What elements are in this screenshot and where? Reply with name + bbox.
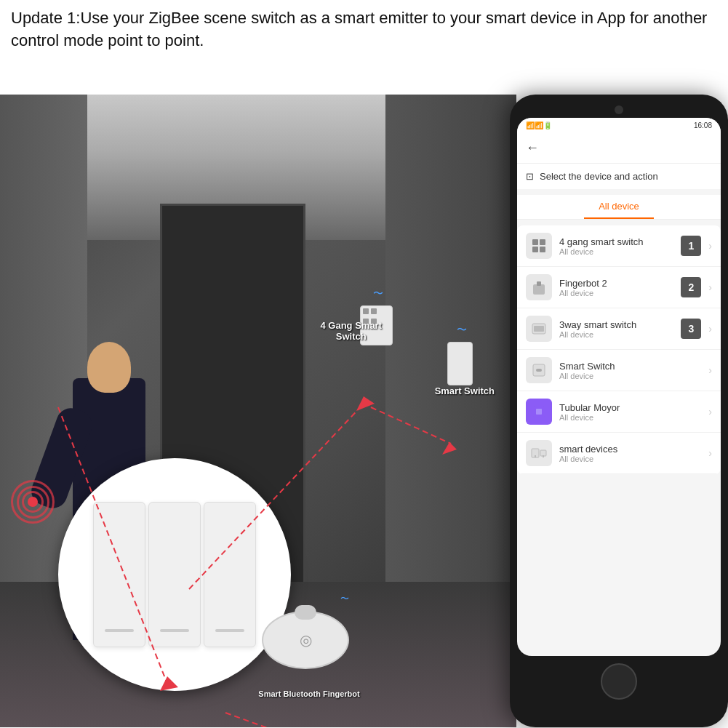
device-arrow-6: › <box>708 447 712 459</box>
switch-button-line <box>160 629 189 632</box>
device-arrow-2: › <box>708 281 712 293</box>
svg-rect-15 <box>534 326 544 332</box>
switch-button-line <box>105 629 134 632</box>
device-arrow-1: › <box>708 240 712 252</box>
wifi-icon-4gang: 〜 <box>373 287 383 300</box>
switch-dot <box>363 308 369 314</box>
device-item-1[interactable]: 4 gang smart switch All device 1 › <box>517 225 721 267</box>
tab-all-device[interactable]: All device <box>584 195 654 219</box>
wifi-icon-smart: 〜 <box>457 324 467 337</box>
switch-button-2 <box>148 502 201 647</box>
status-bar-time: 16:08 <box>694 121 712 129</box>
finger-icon <box>530 279 548 296</box>
device-info-smart-switch: Smart Switch All device <box>559 361 701 380</box>
svg-rect-19 <box>536 409 542 415</box>
device-icon-4gang <box>526 233 552 259</box>
device-name-smart-switch: Smart Switch <box>559 361 701 372</box>
robot-vacuum: ◎ 〜 Smart Bluetooth Fingerbot <box>262 611 356 684</box>
device-list: 4 gang smart switch All device 1 › Fi <box>517 225 721 474</box>
label-smart-switch: Smart Switch <box>435 385 495 396</box>
grid-icon <box>530 237 548 255</box>
svg-marker-5 <box>356 396 375 411</box>
device-name-3way: 3way smart switch <box>559 319 673 330</box>
device-info-fingerbot: Fingerbot 2 All device <box>559 278 673 297</box>
header-text: Update 1:Use your ZigBee scene switch as… <box>11 7 717 52</box>
device-item-4[interactable]: Smart Switch All device › <box>517 350 721 391</box>
page-container: Update 1:Use your ZigBee scene switch as… <box>0 0 728 728</box>
tubular-icon <box>530 403 548 420</box>
switch-button-3 <box>204 502 256 647</box>
device-item-6[interactable]: smart devices All device › <box>517 433 721 474</box>
switch2-icon <box>530 361 548 379</box>
switch-closeup-circle <box>58 458 291 691</box>
device-info-3way: 3way smart switch All device <box>559 319 673 339</box>
svg-rect-9 <box>540 239 545 245</box>
device-sub-tubular: All device <box>559 413 701 422</box>
label-4gang-switch: 4 Gang SmartSwitch <box>320 320 382 342</box>
devices-icon <box>530 444 548 462</box>
phone-mockup: 📶📶🔋 16:08 ← ⊡ Select the device and acti… <box>510 95 728 727</box>
robot-label: Smart Bluetooth Fingerbot <box>258 689 359 698</box>
svg-rect-13 <box>537 281 541 286</box>
device-sub-smart-switch: All device <box>559 372 701 380</box>
svg-rect-12 <box>533 284 545 295</box>
device-name-smart-devices: smart devices <box>559 444 701 455</box>
phone-nav-header: ← <box>517 133 721 164</box>
robot-bump <box>295 605 316 620</box>
device-name-fingerbot: Fingerbot 2 <box>559 278 673 289</box>
device-number-3: 3 <box>681 319 701 339</box>
person-head <box>87 342 131 393</box>
switch-dot <box>371 308 377 314</box>
device-info-4gang: 4 gang smart switch All device <box>559 236 673 256</box>
tabs-bar: All device <box>517 195 721 220</box>
switch-button-1 <box>93 502 145 647</box>
wifi-center-dot <box>28 497 38 507</box>
smart-wall-switch <box>447 342 473 385</box>
svg-rect-8 <box>532 239 538 245</box>
svg-rect-10 <box>532 247 538 252</box>
device-sub-smart-devices: All device <box>559 455 701 463</box>
device-icon-fingerbot <box>526 274 552 300</box>
phone-screen: 📶📶🔋 16:08 ← ⊡ Select the device and acti… <box>517 118 721 656</box>
device-item-2[interactable]: Fingerbot 2 All device 2 › <box>517 267 721 308</box>
device-arrow-3: › <box>708 323 712 335</box>
device-number-2: 2 <box>681 277 701 297</box>
back-button[interactable]: ← <box>526 140 539 156</box>
device-icon-smart-switch <box>526 357 552 383</box>
device-item-3[interactable]: 3way smart switch All device 3 › <box>517 308 721 350</box>
switch-button-line <box>215 629 244 632</box>
device-arrow-5: › <box>708 406 712 417</box>
switch-row-1 <box>361 306 392 316</box>
select-device-text: Select the device and action <box>540 171 658 182</box>
device-info-tubular: Tubular Moyor All device <box>559 402 701 422</box>
phone-camera <box>615 105 623 114</box>
device-icon-smart-devices <box>526 440 552 466</box>
robot-wifi-icon: 〜 <box>340 593 349 605</box>
robot-icon: ◎ <box>300 631 312 649</box>
device-icon-3way <box>526 316 552 342</box>
device-sub-fingerbot: All device <box>559 289 673 297</box>
device-name-tubular: Tubular Moyor <box>559 402 701 413</box>
device-icon-tubular <box>526 399 552 425</box>
select-device-header: ⊡ Select the device and action <box>517 164 721 189</box>
phone-home-button[interactable] <box>601 663 637 700</box>
device-number-1: 1 <box>681 236 701 256</box>
svg-rect-17 <box>536 369 542 372</box>
robot-body: ◎ <box>262 611 349 669</box>
wifi-emitter <box>11 480 55 524</box>
device-arrow-4: › <box>708 364 712 376</box>
device-name-4gang: 4 gang smart switch <box>559 236 673 247</box>
switch-icon <box>530 320 548 337</box>
status-bar-icons: 📶📶🔋 <box>526 121 552 129</box>
device-info-smart-devices: smart devices All device <box>559 444 701 463</box>
device-item-5[interactable]: Tubular Moyor All device › <box>517 391 721 433</box>
device-sub-3way: All device <box>559 330 673 339</box>
phone-status-bar: 📶📶🔋 16:08 <box>517 118 721 133</box>
select-device-icon: ⊡ <box>526 171 534 182</box>
main-photo: 〜 〜 4 Gang SmartSwitch Smart Switch <box>0 95 516 727</box>
device-sub-4gang: All device <box>559 247 673 256</box>
svg-rect-11 <box>540 247 545 252</box>
switch-panel <box>79 487 271 662</box>
svg-rect-21 <box>540 450 546 456</box>
